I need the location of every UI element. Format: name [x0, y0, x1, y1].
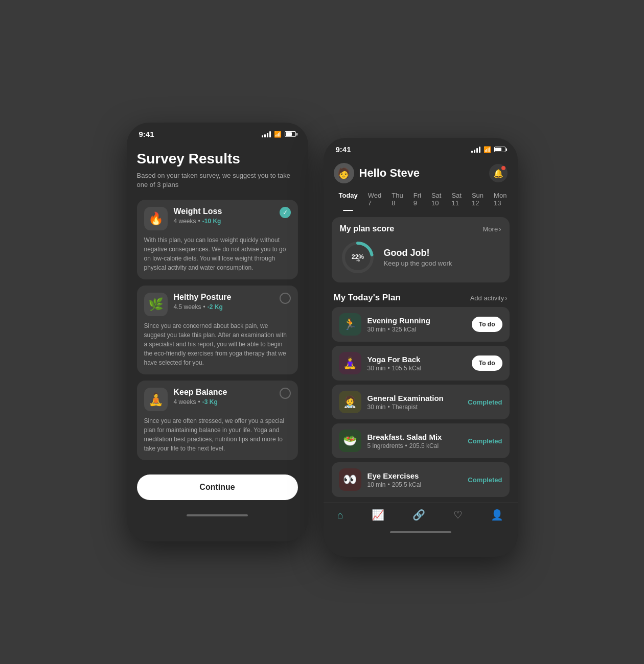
profile-icon: 👤 [491, 509, 503, 521]
left-time: 9:41 [139, 130, 154, 138]
activity-evening-running: 🏃 Evening Running 30 min • 325 kCal To d… [332, 307, 510, 342]
chevron-right-add-icon: › [505, 294, 507, 302]
nav-favorites[interactable]: ♡ [453, 509, 463, 521]
activity-name-running: Evening Running [367, 316, 466, 325]
activity-eye-exercises: 👀 Eye Exercises 10 min • 205.5 kCal Comp… [332, 462, 510, 497]
activity-meta-examination: 30 min • Therapist [367, 404, 462, 411]
day-today[interactable]: Today [334, 189, 363, 209]
bell-icon: 🔔 [493, 169, 503, 178]
nav-home[interactable]: ⌂ [337, 509, 343, 521]
progress-circle: 22% % [340, 240, 376, 275]
continue-button[interactable]: Continue [137, 475, 298, 500]
completed-label-eye: Completed [468, 476, 502, 484]
score-message-sub: Keep up the good work [384, 259, 452, 267]
activity-icon-breakfast: 🥗 [339, 430, 361, 452]
avatar: 🧑 [334, 163, 354, 183]
day-sun12[interactable]: Sun 12 [467, 189, 489, 209]
nav-stats[interactable]: 📈 [372, 509, 384, 521]
activity-yoga: 🧘‍♀️ Yoga For Back 30 min • 105.5 kCal T… [332, 346, 510, 381]
today-plan-header: My Today's Plan Add activity › [324, 287, 518, 307]
home-indicator-right [390, 531, 451, 533]
plan-info-weight-loss: Weight Loss 4 weeks • -10 Kg [174, 207, 280, 225]
right-signal-icon [471, 147, 480, 153]
day-wed7[interactable]: Wed 7 [363, 189, 387, 209]
score-card: My plan score More › 22% % Good Job! Kee… [332, 217, 510, 282]
activity-meta-breakfast: 5 ingredrents • 205.5 kCal [367, 442, 462, 449]
today-plan-title: My Today's Plan [334, 293, 401, 303]
plan-name-keep-balance: Keep Balance [174, 388, 280, 397]
right-wifi-icon: 📶 [484, 146, 491, 153]
plan-card-keep-balance[interactable]: 🧘 Keep Balance 4 weeks • -3 Kg Since you… [137, 381, 298, 460]
signal-icon [262, 131, 271, 137]
greeting-text: Hello Steve [359, 167, 420, 180]
completed-label-breakfast: Completed [468, 437, 502, 445]
plan-meta-keep-balance: 4 weeks • -3 Kg [174, 398, 280, 406]
home-indicator-left [187, 514, 248, 516]
activity-meta-running: 30 min • 325 kCal [367, 326, 466, 333]
plan-meta-weight-loss: 4 weeks • -10 Kg [174, 218, 280, 225]
plan-card-weight-loss[interactable]: 🔥 Weight Loss 4 weeks • -10 Kg ✓ With th… [137, 200, 298, 279]
day-thu8[interactable]: Thu 8 [386, 189, 408, 209]
survey-content: Survey Results Based on your taken surve… [127, 143, 308, 508]
plan-icon-keep-balance: 🧘 [144, 388, 168, 411]
activity-meta-eye: 10 min • 205.5 kCal [367, 481, 462, 488]
add-activity-button[interactable]: Add activity › [470, 294, 508, 302]
more-button[interactable]: More › [483, 225, 501, 233]
nav-profile[interactable]: 👤 [491, 509, 503, 521]
notification-dot [501, 166, 505, 170]
completed-label-examination: Completed [468, 398, 502, 406]
plan-icon-weight-loss: 🔥 [144, 207, 168, 230]
right-header: 🧑 Hello Steve 🔔 [324, 158, 518, 183]
days-scroll: Today Wed 7 Thu 8 Fri 9 Sat 10 Sat 11 Su… [324, 183, 518, 213]
nav-connect[interactable]: 🔗 [412, 509, 425, 521]
day-sat10[interactable]: Sat 10 [426, 189, 447, 209]
left-status-bar: 9:41 📶 [127, 123, 308, 143]
stats-icon: 📈 [372, 509, 384, 521]
plan-select-keep-balance[interactable] [280, 388, 291, 399]
todo-button-yoga[interactable]: To do [472, 355, 502, 371]
day-fri9[interactable]: Fri 9 [408, 189, 426, 209]
notification-button[interactable]: 🔔 [489, 164, 508, 182]
right-time: 9:41 [336, 145, 351, 154]
activity-name-yoga: Yoga For Back [367, 355, 466, 364]
activity-info-yoga: Yoga For Back 30 min • 105.5 kCal [367, 355, 466, 372]
avatar-name-group: 🧑 Hello Steve [334, 163, 420, 183]
plan-name-weight-loss: Weight Loss [174, 207, 280, 216]
activity-icon-eye: 👀 [339, 468, 361, 491]
activity-name-eye: Eye Exercises [367, 471, 462, 480]
chevron-right-icon: › [499, 225, 501, 233]
plan-desc-weight-loss: With this plan, you can lose weight quic… [144, 235, 291, 272]
plan-meta-healthy-posture: 4.5 weeks • -2 Kg [174, 303, 280, 311]
score-message-title: Good Job! [384, 248, 452, 258]
score-header: My plan score More › [340, 224, 501, 233]
battery-icon [285, 131, 296, 137]
plan-select-weight-loss[interactable]: ✓ [280, 207, 291, 218]
left-status-icons: 📶 [262, 131, 296, 138]
plan-icon-healthy-posture: 🌿 [144, 293, 168, 316]
activity-list: 🏃 Evening Running 30 min • 325 kCal To d… [324, 307, 518, 497]
activity-name-breakfast: Breakfast. Salad Mix [367, 433, 462, 441]
plan-card-healthy-posture[interactable]: 🌿 Helthy Posture 4.5 weeks • -2 Kg Since… [137, 286, 298, 374]
plan-select-healthy-posture[interactable] [280, 293, 291, 304]
plan-desc-healthy-posture: Since you are concerned about back pain,… [144, 321, 291, 367]
survey-title: Survey Results [137, 151, 298, 167]
activity-info-eye: Eye Exercises 10 min • 205.5 kCal [367, 471, 462, 488]
plan-desc-keep-balance: Since you are often stressed, we offer y… [144, 416, 291, 453]
heart-icon: ♡ [453, 509, 463, 521]
wifi-icon: 📶 [274, 131, 282, 138]
score-message: Good Job! Keep up the good work [384, 248, 452, 267]
day-mon13[interactable]: Mon 13 [489, 189, 512, 209]
todo-button-running[interactable]: To do [472, 317, 502, 332]
plan-info-keep-balance: Keep Balance 4 weeks • -3 Kg [174, 388, 280, 406]
plan-name-healthy-posture: Helthy Posture [174, 293, 280, 302]
activity-breakfast: 🥗 Breakfast. Salad Mix 5 ingredrents • 2… [332, 423, 510, 458]
activity-name-examination: General Examination [367, 394, 462, 402]
activity-examination: 🧑‍⚕️ General Examination 30 min • Therap… [332, 385, 510, 419]
bottom-nav: ⌂ 📈 🔗 ♡ 👤 [324, 502, 518, 525]
activity-info-breakfast: Breakfast. Salad Mix 5 ingredrents • 205… [367, 433, 462, 449]
activity-info-examination: General Examination 30 min • Therapist [367, 394, 462, 411]
survey-subtitle: Based on your taken survey, we suggest y… [137, 171, 298, 189]
day-sat11[interactable]: Sat 11 [446, 189, 467, 209]
connect-icon: 🔗 [412, 509, 425, 521]
activity-icon-yoga: 🧘‍♀️ [339, 352, 361, 374]
